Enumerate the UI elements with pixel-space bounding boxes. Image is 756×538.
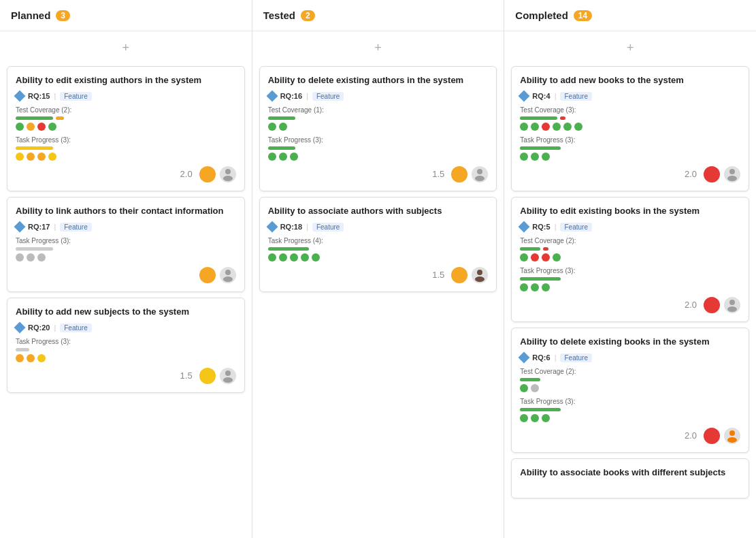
card-footer-6: 2.0 bbox=[520, 166, 740, 183]
svg-point-13 bbox=[727, 306, 737, 312]
card-title-8: Ability to delete existing books in the … bbox=[520, 336, 740, 348]
card-title-7: Ability to edit existing books in the sy… bbox=[520, 206, 740, 217]
task-progress-2: Task Progress (3): bbox=[16, 237, 236, 262]
bar-red-7 bbox=[543, 247, 548, 251]
task-progress-4: Task Progress (3): bbox=[268, 136, 489, 161]
avatar-orange-4 bbox=[451, 166, 467, 183]
task-progress-dots-1 bbox=[16, 153, 236, 161]
person-icon-8 bbox=[724, 428, 740, 444]
task-progress-bar-4 bbox=[268, 146, 489, 150]
add-card-planned[interactable]: + bbox=[7, 38, 245, 58]
avatar-orange-1 bbox=[199, 166, 216, 183]
card-title-3: Ability to add new subjects to the syste… bbox=[16, 306, 236, 318]
avatar-yellow-3 bbox=[199, 368, 216, 384]
diamond-icon-7 bbox=[519, 221, 530, 233]
divider-2: | bbox=[54, 223, 56, 231]
column-completed: Completed 14 + Ability to add new books … bbox=[504, 0, 756, 538]
card-tag-5: RQ:18 | Feature bbox=[268, 223, 489, 232]
dot-g5e bbox=[312, 253, 320, 262]
svg-point-1 bbox=[223, 176, 233, 181]
task-progress-7: Task Progress (3): bbox=[520, 267, 740, 291]
test-coverage-label-6: Test Coverage (3): bbox=[520, 106, 740, 114]
dot-yellow-1 bbox=[16, 153, 24, 161]
score-1: 2.0 bbox=[180, 169, 193, 179]
task-progress-label-2: Task Progress (3): bbox=[16, 237, 236, 244]
rq-label-6: RQ:4 bbox=[532, 92, 550, 100]
task-progress-bar-2 bbox=[16, 247, 236, 251]
dot-g6b bbox=[531, 123, 539, 131]
rq-label-7: RQ:5 bbox=[532, 223, 550, 231]
column-header-planned: Planned 3 bbox=[0, 0, 252, 31]
task-progress-dots-5 bbox=[268, 253, 489, 262]
column-header-completed: Completed 14 bbox=[504, 0, 756, 31]
bar-green-task-4 bbox=[268, 146, 295, 150]
dot-g5a bbox=[268, 253, 276, 262]
card-title-2: Ability to link authors to their contact… bbox=[16, 206, 236, 217]
dot-green-2 bbox=[48, 123, 56, 131]
diamond-icon-8 bbox=[519, 352, 530, 364]
avatar-person-8 bbox=[724, 428, 740, 444]
card-tag-4: RQ:16 | Feature bbox=[268, 92, 489, 101]
task-progress-dots-8 bbox=[520, 414, 740, 422]
svg-point-0 bbox=[225, 169, 231, 174]
task-progress-bar-8 bbox=[520, 408, 740, 411]
test-coverage-7: Test Coverage (2): bbox=[520, 237, 740, 262]
bar-green-6a bbox=[520, 116, 557, 120]
dot-r6 bbox=[542, 123, 550, 131]
bar-orange-1 bbox=[56, 116, 64, 120]
svg-point-10 bbox=[729, 169, 735, 174]
test-coverage-label-8: Test Coverage (2): bbox=[520, 368, 740, 375]
dot-gray-2 bbox=[27, 253, 35, 262]
dot-r7b bbox=[542, 253, 550, 262]
bar-gray-2 bbox=[16, 247, 53, 251]
card-footer-3: 1.5 bbox=[16, 368, 236, 384]
test-coverage-dots-6 bbox=[520, 123, 740, 131]
svg-point-9 bbox=[475, 276, 484, 282]
card-tag-3: RQ:20 | Feature bbox=[16, 323, 236, 332]
test-coverage-bar-7 bbox=[520, 247, 740, 251]
dot-red bbox=[37, 123, 46, 131]
column-title-tested: Tested bbox=[263, 10, 295, 21]
column-planned: Planned 3 + Ability to edit existing aut… bbox=[0, 0, 252, 538]
rq-label-5: RQ:18 bbox=[280, 223, 302, 231]
bar-green-1 bbox=[16, 116, 53, 120]
add-card-completed[interactable]: + bbox=[511, 38, 749, 58]
dot-gray-8 bbox=[531, 384, 539, 392]
task-progress-3: Task Progress (3): bbox=[16, 338, 236, 362]
card-completed-1: Ability to add new books to the system R… bbox=[511, 66, 749, 191]
add-card-tested[interactable]: + bbox=[259, 38, 497, 58]
avatar-orange-2 bbox=[199, 267, 216, 283]
feature-badge-1: Feature bbox=[60, 92, 91, 101]
card-title-1: Ability to edit existing authors in the … bbox=[16, 75, 236, 86]
test-coverage-bar-6 bbox=[520, 116, 740, 120]
person-icon-2 bbox=[220, 267, 236, 283]
dot-g6e bbox=[574, 123, 582, 131]
avatar-person-2 bbox=[220, 267, 236, 283]
divider-1: | bbox=[54, 92, 56, 100]
dot-orange-3a bbox=[16, 354, 24, 362]
svg-point-2 bbox=[225, 270, 231, 275]
feature-badge-2: Feature bbox=[60, 223, 91, 232]
divider-8: | bbox=[555, 353, 557, 362]
card-tested-2: Ability to associate authors with subjec… bbox=[259, 197, 497, 292]
bar-green-8 bbox=[520, 378, 540, 381]
card-tag-8: RQ:6 | Feature bbox=[520, 353, 740, 362]
task-progress-5: Task Progress (4): bbox=[268, 237, 489, 262]
avatar-red-8 bbox=[704, 428, 720, 444]
task-progress-8: Task Progress (3): bbox=[520, 398, 740, 422]
divider-6: | bbox=[555, 92, 557, 100]
bar-gray-short-3 bbox=[16, 348, 29, 351]
avatar-person-3 bbox=[220, 368, 236, 384]
dot-r7a bbox=[531, 253, 539, 262]
task-progress-bar-1 bbox=[16, 146, 236, 150]
feature-badge-3: Feature bbox=[60, 323, 91, 332]
dot-g5d bbox=[301, 253, 309, 262]
card-completed-4: Ability to associate books with differen… bbox=[511, 458, 749, 499]
divider-3: | bbox=[54, 323, 56, 332]
test-coverage-dots-1 bbox=[16, 123, 236, 131]
card-tested-1: Ability to delete existing authors in th… bbox=[259, 66, 497, 191]
test-coverage-label-4: Test Coverage (1): bbox=[268, 106, 489, 114]
divider-5: | bbox=[306, 223, 308, 231]
dot-gray-3 bbox=[37, 253, 46, 262]
dot-g6c bbox=[553, 123, 561, 131]
